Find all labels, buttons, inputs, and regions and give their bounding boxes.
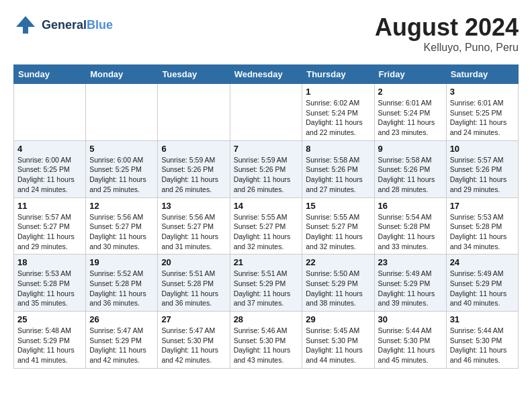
day-info: Sunrise: 5:57 AMSunset: 5:27 PMDaylight:… [17, 212, 82, 252]
day-info: Sunrise: 6:00 AMSunset: 5:25 PMDaylight:… [17, 155, 82, 195]
calendar-cell: 18Sunrise: 5:53 AMSunset: 5:28 PMDayligh… [14, 255, 86, 312]
day-info: Sunrise: 5:49 AMSunset: 5:29 PMDaylight:… [450, 269, 515, 308]
week-row-5: 25Sunrise: 5:48 AMSunset: 5:29 PMDayligh… [14, 312, 519, 369]
day-info: Sunrise: 5:51 AMSunset: 5:29 PMDaylight:… [234, 269, 299, 308]
day-number: 1 [306, 87, 370, 97]
day-number: 22 [306, 257, 370, 267]
calendar-cell: 25Sunrise: 5:48 AMSunset: 5:29 PMDayligh… [14, 312, 86, 369]
day-number: 7 [234, 144, 299, 154]
day-number: 11 [17, 201, 82, 211]
day-number: 23 [378, 257, 443, 267]
day-number: 31 [450, 314, 515, 324]
day-number: 9 [378, 144, 443, 154]
calendar-cell: 29Sunrise: 5:45 AMSunset: 5:30 PMDayligh… [302, 312, 374, 369]
calendar-cell: 7Sunrise: 5:59 AMSunset: 5:26 PMDaylight… [230, 140, 302, 197]
day-number: 28 [234, 314, 299, 324]
day-number: 5 [89, 144, 154, 154]
title-block: August 2024 Kelluyo, Puno, Peru [375, 13, 519, 54]
day-info: Sunrise: 5:47 AMSunset: 5:30 PMDaylight:… [161, 326, 226, 365]
day-number: 4 [17, 144, 82, 154]
calendar-cell [230, 84, 302, 141]
calendar-cell: 10Sunrise: 5:57 AMSunset: 5:26 PMDayligh… [446, 140, 518, 197]
day-number: 30 [378, 314, 443, 324]
calendar-cell: 23Sunrise: 5:49 AMSunset: 5:29 PMDayligh… [374, 255, 446, 312]
day-number: 29 [306, 314, 370, 324]
calendar-cell: 19Sunrise: 5:52 AMSunset: 5:28 PMDayligh… [86, 255, 158, 312]
calendar-cell [14, 84, 86, 141]
calendar-cell [158, 84, 230, 141]
calendar-cell: 13Sunrise: 5:56 AMSunset: 5:27 PMDayligh… [158, 197, 230, 255]
day-info: Sunrise: 5:58 AMSunset: 5:26 PMDaylight:… [306, 155, 370, 195]
calendar-cell: 30Sunrise: 5:44 AMSunset: 5:30 PMDayligh… [374, 312, 446, 369]
calendar-cell: 15Sunrise: 5:55 AMSunset: 5:27 PMDayligh… [302, 197, 374, 255]
calendar-cell: 1Sunrise: 6:02 AMSunset: 5:24 PMDaylight… [302, 84, 374, 141]
day-info: Sunrise: 5:52 AMSunset: 5:28 PMDaylight:… [89, 269, 154, 308]
day-number: 27 [161, 314, 226, 324]
weekday-header-tuesday: Tuesday [158, 65, 230, 84]
week-row-3: 11Sunrise: 5:57 AMSunset: 5:27 PMDayligh… [14, 197, 519, 255]
calendar-cell: 3Sunrise: 6:01 AMSunset: 5:25 PMDaylight… [446, 84, 518, 141]
day-info: Sunrise: 5:45 AMSunset: 5:30 PMDaylight:… [306, 326, 370, 365]
page-header: GeneralBlue August 2024 Kelluyo, Puno, P… [13, 13, 519, 54]
calendar-cell: 28Sunrise: 5:46 AMSunset: 5:30 PMDayligh… [230, 312, 302, 369]
weekday-header-monday: Monday [86, 65, 158, 84]
day-info: Sunrise: 5:46 AMSunset: 5:30 PMDaylight:… [234, 326, 299, 365]
weekday-header-thursday: Thursday [302, 65, 374, 84]
day-info: Sunrise: 5:47 AMSunset: 5:29 PMDaylight:… [89, 326, 154, 365]
day-info: Sunrise: 5:56 AMSunset: 5:27 PMDaylight:… [161, 212, 226, 252]
week-row-1: 1Sunrise: 6:02 AMSunset: 5:24 PMDaylight… [14, 84, 519, 141]
day-number: 25 [17, 314, 82, 324]
day-info: Sunrise: 5:53 AMSunset: 5:28 PMDaylight:… [17, 269, 82, 308]
calendar-cell: 4Sunrise: 6:00 AMSunset: 5:25 PMDaylight… [14, 140, 86, 197]
weekday-header-sunday: Sunday [14, 65, 86, 84]
day-info: Sunrise: 5:56 AMSunset: 5:27 PMDaylight:… [89, 212, 154, 252]
location: Kelluyo, Puno, Peru [375, 42, 519, 54]
day-info: Sunrise: 5:44 AMSunset: 5:30 PMDaylight:… [378, 326, 443, 365]
day-info: Sunrise: 5:44 AMSunset: 5:30 PMDaylight:… [450, 326, 515, 365]
calendar-cell: 31Sunrise: 5:44 AMSunset: 5:30 PMDayligh… [446, 312, 518, 369]
calendar-cell: 26Sunrise: 5:47 AMSunset: 5:29 PMDayligh… [86, 312, 158, 369]
day-info: Sunrise: 5:55 AMSunset: 5:27 PMDaylight:… [234, 212, 299, 252]
day-number: 8 [306, 144, 370, 154]
day-number: 14 [234, 201, 299, 211]
day-info: Sunrise: 6:00 AMSunset: 5:25 PMDaylight:… [89, 155, 154, 195]
calendar-cell: 8Sunrise: 5:58 AMSunset: 5:26 PMDaylight… [302, 140, 374, 197]
svg-marker-0 [16, 16, 35, 27]
svg-rect-1 [23, 27, 28, 34]
calendar-cell: 27Sunrise: 5:47 AMSunset: 5:30 PMDayligh… [158, 312, 230, 369]
logo: GeneralBlue [13, 13, 113, 38]
weekday-header-friday: Friday [374, 65, 446, 84]
weekday-header-saturday: Saturday [446, 65, 518, 84]
day-number: 16 [378, 201, 443, 211]
day-number: 10 [450, 144, 515, 154]
calendar-cell: 5Sunrise: 6:00 AMSunset: 5:25 PMDaylight… [86, 140, 158, 197]
day-number: 15 [306, 201, 370, 211]
logo-icon [13, 13, 38, 38]
day-info: Sunrise: 5:53 AMSunset: 5:28 PMDaylight:… [450, 212, 515, 252]
day-info: Sunrise: 5:55 AMSunset: 5:27 PMDaylight:… [306, 212, 370, 252]
day-info: Sunrise: 5:57 AMSunset: 5:26 PMDaylight:… [450, 155, 515, 195]
day-info: Sunrise: 5:50 AMSunset: 5:29 PMDaylight:… [306, 269, 370, 308]
weekday-header-row: SundayMondayTuesdayWednesdayThursdayFrid… [14, 65, 519, 84]
day-info: Sunrise: 5:58 AMSunset: 5:26 PMDaylight:… [378, 155, 443, 195]
day-number: 18 [17, 257, 82, 267]
calendar-cell: 24Sunrise: 5:49 AMSunset: 5:29 PMDayligh… [446, 255, 518, 312]
day-number: 24 [450, 257, 515, 267]
day-number: 3 [450, 87, 515, 97]
month-title: August 2024 [375, 13, 519, 42]
calendar-cell: 14Sunrise: 5:55 AMSunset: 5:27 PMDayligh… [230, 197, 302, 255]
calendar-cell: 17Sunrise: 5:53 AMSunset: 5:28 PMDayligh… [446, 197, 518, 255]
day-number: 20 [161, 257, 226, 267]
calendar-cell: 6Sunrise: 5:59 AMSunset: 5:26 PMDaylight… [158, 140, 230, 197]
day-info: Sunrise: 5:49 AMSunset: 5:29 PMDaylight:… [378, 269, 443, 308]
calendar-cell: 12Sunrise: 5:56 AMSunset: 5:27 PMDayligh… [86, 197, 158, 255]
week-row-4: 18Sunrise: 5:53 AMSunset: 5:28 PMDayligh… [14, 255, 519, 312]
day-number: 12 [89, 201, 154, 211]
calendar-cell: 11Sunrise: 5:57 AMSunset: 5:27 PMDayligh… [14, 197, 86, 255]
day-info: Sunrise: 5:54 AMSunset: 5:28 PMDaylight:… [378, 212, 443, 252]
weekday-header-wednesday: Wednesday [230, 65, 302, 84]
calendar-cell: 9Sunrise: 5:58 AMSunset: 5:26 PMDaylight… [374, 140, 446, 197]
day-number: 26 [89, 314, 154, 324]
day-number: 19 [89, 257, 154, 267]
day-number: 6 [161, 144, 226, 154]
